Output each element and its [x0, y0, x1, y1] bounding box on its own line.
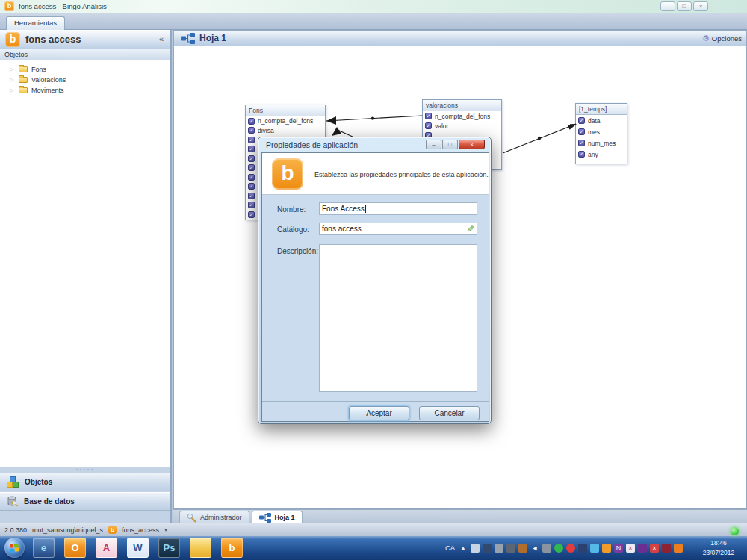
table-field-row[interactable]: ✓ divisa [246, 126, 325, 136]
tree-item[interactable]: ▷ Moviments [0, 85, 170, 96]
taskbar-app-button[interactable]: b [221, 538, 243, 558]
tab-herramientas[interactable]: Herramientas [6, 16, 65, 30]
database-icon [7, 496, 18, 507]
dialog-close-button[interactable]: × [459, 140, 485, 149]
dialog-separator [262, 401, 489, 402]
window-titlebar: b fons access - Bingo Análisis – □ × [0, 0, 747, 13]
language-indicator[interactable]: CA [445, 544, 455, 552]
tray-icon[interactable] [662, 544, 671, 553]
dialog-maximize-button[interactable]: □ [442, 140, 458, 149]
tab-hoja-1[interactable]: Hoja 1 [252, 511, 303, 523]
tab-administrador[interactable]: Administrador [179, 511, 249, 523]
field-checkbox-icon[interactable]: ✓ [248, 193, 255, 199]
tray-icon[interactable] [542, 544, 551, 553]
field-checkbox-icon[interactable]: ✓ [248, 211, 255, 218]
options-button[interactable]: ⚙ Opciones [702, 33, 742, 43]
sidebar-title: fons access [25, 34, 81, 45]
tray-icon[interactable] [506, 544, 515, 553]
tray-icon[interactable] [483, 544, 492, 553]
cancelar-button[interactable]: Cancelar [419, 406, 480, 420]
table-field-row[interactable]: ✓ mes [576, 126, 627, 137]
status-bar: 2.0.380 mut_samsung\miquel_s b fons_acce… [0, 523, 747, 536]
field-checkbox-icon[interactable]: ✓ [248, 137, 255, 143]
field-checkbox-icon[interactable]: ✓ [248, 164, 255, 171]
aceptar-button[interactable]: Aceptar [349, 406, 409, 420]
taskbar-clock[interactable]: 18:46 23/07/2012 [692, 538, 745, 558]
tray-icon[interactable] [554, 544, 563, 553]
dialog-minimize-button[interactable]: – [426, 140, 441, 149]
catalogo-field[interactable]: fons access ✎ [319, 223, 477, 235]
field-checkbox-icon[interactable]: ✓ [248, 183, 255, 190]
nombre-field[interactable]: Fons Access [319, 202, 477, 215]
taskbar-app-button[interactable] [190, 538, 211, 558]
window-close-button[interactable]: × [693, 1, 708, 11]
field-checkbox-icon[interactable]: ✓ [248, 202, 255, 208]
dialog-body: b Establezca las propiedades principales… [261, 152, 489, 422]
window-restore-button[interactable]: □ [677, 1, 692, 11]
tray-icon[interactable] [590, 544, 599, 553]
tree-item[interactable]: ▷ Valoracions [0, 75, 170, 85]
sheet-header: Hoja 1 ⚙ Opciones [173, 30, 747, 46]
catalogo-label: Catálogo: [277, 225, 309, 234]
dialog-intro-text: Establezca las propiedades principales d… [314, 171, 489, 178]
start-button[interactable] [4, 538, 25, 558]
expander-icon[interactable]: ▷ [10, 87, 15, 93]
sidebar-collapse-icon[interactable]: « [159, 34, 164, 43]
tray-icon[interactable]: N [614, 544, 623, 553]
panel-button-objetos[interactable]: Objetos [0, 473, 170, 491]
table-field-row[interactable]: ✓ any [576, 149, 627, 160]
field-checkbox-icon[interactable]: ✓ [578, 140, 585, 146]
splitter-grip[interactable]: ····· [0, 466, 170, 472]
tree-item-label: Moviments [31, 87, 64, 94]
app-version: 2.0.380 [4, 526, 27, 534]
field-name: valor [435, 122, 448, 130]
table-header[interactable]: Fons [246, 105, 325, 116]
taskbar-app-button[interactable]: W [127, 538, 149, 558]
tray-icon[interactable]: × [626, 544, 635, 553]
taskbar-app-button[interactable]: e [33, 538, 55, 558]
edit-pencil-icon[interactable]: ✎ [467, 224, 474, 234]
field-checkbox-icon[interactable]: ✓ [248, 118, 255, 125]
table-field-row[interactable]: ✓ num_mes [576, 137, 627, 149]
tray-icon[interactable] [518, 544, 527, 553]
expander-icon[interactable]: ▷ [10, 66, 15, 72]
tray-icon[interactable]: ▲ [459, 544, 468, 553]
field-checkbox-icon[interactable]: ✓ [578, 151, 585, 158]
taskbar-app-button[interactable]: O [64, 538, 86, 558]
field-checkbox-icon[interactable]: ✓ [425, 122, 432, 129]
app-icon: b [229, 542, 235, 553]
taskbar-app-button[interactable]: Ps [158, 538, 180, 558]
descripcion-field[interactable] [319, 244, 477, 392]
table-field-row[interactable]: ✓ data [576, 115, 627, 126]
tray-icon[interactable] [578, 544, 587, 553]
dialog-intro: b Establezca las propiedades principales… [262, 153, 489, 195]
table-field-row[interactable]: ✓ valor [423, 121, 501, 131]
tray-icon[interactable] [638, 544, 647, 553]
database-dropdown-icon[interactable]: ▾ [164, 526, 167, 533]
tray-icon[interactable] [471, 544, 480, 553]
tree-item[interactable]: ▷ Fons [0, 64, 170, 75]
field-checkbox-icon[interactable]: ✓ [425, 113, 432, 119]
panel-button-base-de-datos[interactable]: Base de datos [0, 492, 170, 511]
field-checkbox-icon[interactable]: ✓ [248, 146, 255, 152]
tray-icon[interactable] [566, 544, 575, 553]
tray-icon[interactable] [495, 544, 503, 553]
field-checkbox-icon[interactable]: ✓ [248, 155, 255, 162]
tray-icon[interactable]: × [650, 544, 659, 553]
field-checkbox-icon[interactable]: ✓ [248, 127, 255, 134]
expander-icon[interactable]: ▷ [10, 77, 15, 83]
field-checkbox-icon[interactable]: ✓ [578, 117, 585, 124]
table-header[interactable]: valoracions [423, 100, 501, 111]
tab-label: Hoja 1 [275, 514, 295, 521]
table-header[interactable]: [1_temps] [576, 104, 627, 115]
taskbar-app-button[interactable]: A [96, 538, 117, 558]
tray-icon[interactable] [602, 544, 611, 553]
field-checkbox-icon[interactable]: ✓ [248, 174, 255, 181]
window-minimize-button[interactable]: – [660, 1, 675, 11]
tray-icon[interactable]: ◄ [530, 544, 539, 553]
table-field-row[interactable]: ✓ n_compta_del_fons [423, 111, 501, 121]
field-checkbox-icon[interactable]: ✓ [578, 128, 585, 135]
tray-icon[interactable] [674, 544, 683, 553]
entity-table-1-temps[interactable]: [1_temps] ✓ data ✓ mes ✓ num_mes ✓ any [575, 103, 627, 164]
table-field-row[interactable]: ✓ n_compta_del_fons [246, 116, 325, 126]
